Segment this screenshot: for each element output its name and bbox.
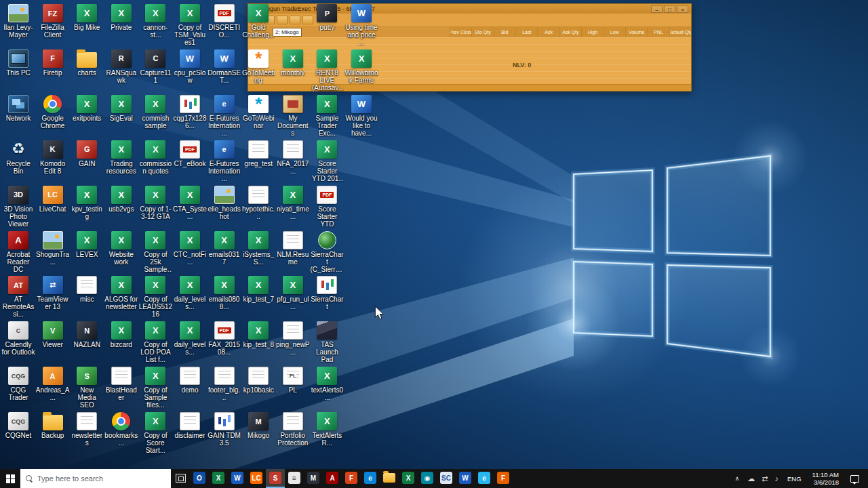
desktop-icon[interactable]: SierraChart (C_SierraCh...) — [310, 231, 344, 273]
close-button[interactable]: × — [677, 5, 688, 13]
desktop-icon[interactable]: WUsing time and price ... — [344, 4, 378, 46]
desktop-icon[interactable]: KKomodo Edit 8 — [36, 140, 70, 175]
desktop-icon[interactable]: XALGOS for newsletter — [104, 276, 138, 310]
network-icon[interactable]: ⇄ — [758, 474, 771, 483]
desktop-icon[interactable]: cqg17x1286... — [173, 95, 207, 129]
desktop-icon[interactable]: XTrading resources — [104, 140, 138, 175]
desktop-icon[interactable]: Xcannon-st... — [138, 4, 172, 39]
taskbar-livechat[interactable]: LC — [247, 469, 266, 488]
desktop-icon[interactable]: My Documents — [276, 95, 310, 137]
taskbar-firefox[interactable]: F — [494, 469, 513, 488]
account-selector[interactable]: 2: Mikogo — [273, 28, 302, 37]
desktop-icon[interactable]: Ilan Levy-Mayer — [1, 4, 35, 39]
column-header[interactable]: PNL — [647, 27, 669, 37]
volume-icon[interactable]: ♪ — [771, 474, 782, 483]
minimize-button[interactable]: – — [651, 5, 663, 13]
desktop-icon[interactable]: kp10basic — [241, 367, 275, 394]
taskbar-edge[interactable]: e — [361, 469, 380, 488]
desktop-icon[interactable]: AAcrobat Reader DC — [1, 231, 35, 273]
taskbar-internet-explorer[interactable]: e — [475, 469, 494, 488]
desktop-icon[interactable]: ⇄TeamViewer 13 — [36, 276, 70, 310]
desktop-icon[interactable]: 3D3D Vision Photo Viewer — [1, 186, 35, 228]
desktop-icon[interactable]: XWebsite work — [104, 231, 138, 266]
desktop-icon[interactable]: AAndreas_A... — [36, 367, 70, 401]
desktop-icon[interactable]: XCopy of Score Start... — [138, 412, 172, 454]
desktop-icon[interactable]: WDormanSET... — [208, 49, 241, 84]
desktop-icon[interactable]: Xdaily_levels... — [173, 321, 207, 356]
desktop-icon[interactable]: eE-Futures Internation... — [208, 140, 241, 182]
maximize-button[interactable]: □ — [664, 5, 675, 13]
taskbar-sierrachart[interactable]: SC — [437, 469, 456, 488]
column-header[interactable]: Default Qty — [669, 27, 691, 37]
desktop-icon[interactable]: XCopy of LOD POA List f... — [138, 321, 172, 363]
column-header[interactable]: Ask Qty — [559, 27, 581, 37]
column-header[interactable]: Bid — [494, 27, 515, 37]
desktop-icon[interactable]: Xmonthly — [276, 49, 310, 77]
desktop-icon[interactable]: Xniyati_time... — [276, 186, 310, 220]
search-input[interactable] — [37, 474, 165, 483]
taskbar-word-2[interactable]: W — [456, 469, 475, 488]
desktop-icon[interactable]: NNAZLAN — [70, 321, 104, 348]
desktop-icon[interactable]: Xkpv_testing — [70, 186, 104, 220]
desktop-icon[interactable]: GGAIN — [70, 140, 104, 167]
desktop-icon[interactable]: XCopy of Sample files... — [138, 367, 172, 409]
desktop-icon[interactable]: hypotethic... — [241, 186, 275, 220]
desktop-icon[interactable]: PDFDISCRETIO... — [208, 4, 241, 39]
desktop-icon[interactable]: disclaimer — [173, 412, 207, 439]
taskbar-file-explorer[interactable] — [380, 469, 399, 488]
desktop-icon[interactable]: XTextAlertsR... — [310, 412, 344, 447]
desktop-icon[interactable]: XLEVEX — [70, 231, 104, 258]
desktop-icon[interactable]: XCopy of TSM_Values1 — [173, 4, 207, 46]
desktop-icon[interactable]: FFiretip — [36, 49, 70, 77]
desktop-icon[interactable]: *GoToMeeting — [241, 49, 275, 84]
desktop-icon[interactable]: XCopy of 25k Sample Em... — [138, 231, 172, 273]
desktop-icon[interactable]: Xemails0317 — [208, 231, 241, 266]
taskbar-gotowebinar[interactable]: ◉ — [418, 469, 437, 488]
toolbar-button[interactable] — [290, 16, 300, 24]
desktop-icon[interactable]: bookmarks... — [104, 412, 138, 447]
desktop-icon[interactable]: greg_test — [241, 140, 275, 167]
desktop-icon[interactable]: BlastHeader — [104, 367, 138, 401]
column-header[interactable]: Sto Qty — [471, 27, 493, 37]
desktop-icon[interactable]: RRANSquawk — [104, 49, 138, 84]
desktop-icon[interactable]: newsletters — [70, 412, 104, 447]
desktop-icon[interactable]: Xpfg_run_ul... — [276, 276, 310, 310]
taskbar-mikogo[interactable]: M — [304, 469, 323, 488]
desktop-icon[interactable]: TAS Launch Pad — [310, 321, 344, 363]
desktop-icon[interactable]: Network — [1, 95, 35, 122]
desktop-icon[interactable]: PDFScore Starter YTD — [310, 186, 344, 228]
desktop-icon[interactable]: XBig Mike — [70, 4, 104, 31]
column-header[interactable]: High — [581, 27, 603, 37]
action-center-button[interactable] — [844, 469, 865, 488]
desktop-icon[interactable]: XCTA_Syste... — [173, 186, 207, 220]
desktop-icon[interactable]: XScore Starter YTD 2015 -... — [310, 140, 344, 182]
desktop-icon[interactable]: XWillowbrook Farms — [344, 49, 378, 84]
desktop-icon[interactable]: NLM.Resume — [276, 231, 310, 266]
desktop-icon[interactable]: NFA_2017... — [276, 140, 310, 175]
clock[interactable]: 11:10 AM 3/6/2018 — [807, 471, 844, 486]
taskbar-shogun-tradeexec[interactable]: S — [266, 469, 285, 488]
desktop-icon[interactable]: FZFileZilla Client — [36, 4, 70, 39]
desktop-icon[interactable]: VViewer — [36, 321, 70, 348]
desktop-icon[interactable]: Xemails0808... — [208, 276, 241, 310]
desktop-icon[interactable]: Xbizcard — [104, 321, 138, 348]
desktop-icon[interactable]: SierraChart — [310, 276, 344, 310]
desktop-icon[interactable]: ping_newP... — [276, 321, 310, 356]
taskbar-word[interactable]: W — [228, 469, 247, 488]
desktop-icon[interactable]: CCalendly for Outlook — [1, 321, 35, 356]
desktop-icon[interactable]: CCapture111 — [138, 49, 172, 84]
taskbar-search[interactable] — [20, 469, 171, 488]
desktop-icon[interactable]: MMikogo — [241, 412, 275, 439]
column-header[interactable]: Prev Close — [450, 27, 471, 37]
desktop-icon[interactable]: Xkip_test_7 — [241, 276, 275, 303]
desktop-icon[interactable]: elie_headshot — [208, 186, 241, 220]
desktop-icon[interactable]: charts — [70, 49, 104, 77]
desktop-icon[interactable]: Pputty — [310, 4, 344, 31]
desktop-icon[interactable]: GAIN TDM 3.5 — [208, 412, 241, 447]
desktop-icon[interactable]: Xcommish sample — [138, 95, 172, 129]
column-header[interactable]: Last — [515, 27, 537, 37]
desktop-icon[interactable]: XPrivate — [104, 4, 138, 31]
taskbar-outlook[interactable]: O — [190, 469, 209, 488]
desktop-icon[interactable]: Xkip_test_8 — [241, 321, 275, 348]
desktop-icon[interactable]: XGold Challeng... — [241, 4, 275, 39]
